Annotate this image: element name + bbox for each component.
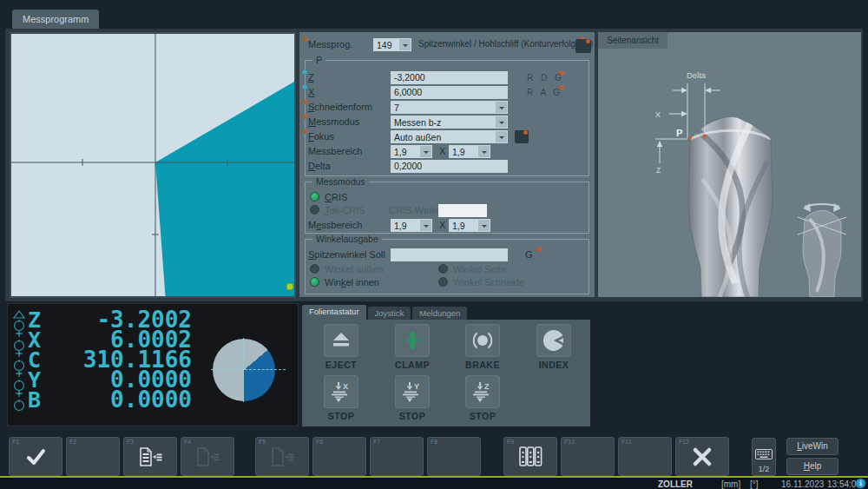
fokus-select[interactable]: Auto außen bbox=[391, 130, 508, 143]
clamp-button[interactable] bbox=[395, 324, 430, 357]
stop-x-button[interactable]: X bbox=[324, 375, 358, 408]
tab-meldungen[interactable]: Meldungen bbox=[412, 307, 467, 320]
info-icon[interactable] bbox=[856, 479, 865, 488]
required-marker: ✱ bbox=[558, 85, 564, 92]
required-marker: ✱ bbox=[302, 99, 308, 106]
winkel-seite-row[interactable]: Winkel Seite bbox=[438, 263, 506, 274]
tab-messprogramm[interactable]: Messprogramm bbox=[12, 10, 99, 29]
index-icon bbox=[543, 330, 564, 351]
pie-crosshair-horizontal bbox=[211, 369, 286, 370]
spitzenwinkel-input[interactable] bbox=[391, 248, 508, 261]
messbereich-row: Messbereich 1,9 X 1,9 bbox=[299, 145, 595, 159]
dropdown-arrow-icon[interactable] bbox=[496, 131, 507, 142]
stop-y-label: STOP bbox=[379, 411, 445, 421]
check-icon bbox=[24, 446, 47, 468]
eject-icon bbox=[331, 330, 352, 351]
messmodus-row: ✱ Messmodus Messen b-z bbox=[299, 116, 595, 129]
fkey-f2[interactable]: F2 bbox=[66, 437, 120, 476]
tab-folientastatur[interactable]: Folientastatur bbox=[302, 305, 366, 320]
close-icon bbox=[690, 445, 714, 469]
p-annotation: P bbox=[676, 128, 682, 138]
fkey-f5-disabled[interactable]: F5 bbox=[255, 437, 309, 476]
help-button[interactable]: Help bbox=[786, 458, 838, 475]
stop-axis-icon: Y bbox=[401, 380, 424, 403]
dropdown-arrow-icon[interactable] bbox=[496, 116, 507, 128]
radio-winkel-innen[interactable] bbox=[310, 277, 319, 287]
fkey-f8[interactable]: F8 bbox=[427, 437, 481, 476]
stop-y-button[interactable]: Y bbox=[395, 375, 430, 408]
schneidenform-select[interactable]: 7 bbox=[391, 101, 508, 114]
messbereich2-select-2[interactable]: 1,9 bbox=[449, 219, 490, 232]
dropdown-arrow-icon[interactable] bbox=[478, 146, 490, 157]
fkey-f12-cancel[interactable]: F12 bbox=[675, 437, 729, 476]
required-marker: ✱ bbox=[536, 247, 542, 254]
dropdown-arrow-icon[interactable] bbox=[496, 102, 507, 113]
fkey-f9-archive[interactable]: F9 bbox=[503, 437, 557, 476]
flag-button[interactable] bbox=[515, 130, 529, 143]
dro-panel: Z -3.2002 X 6.0002 C 310.1166 Y 0.0000 bbox=[7, 303, 299, 426]
winkel-aussen-row[interactable]: Winkel außen bbox=[310, 263, 383, 274]
fkey-f3-program-list[interactable]: F3 bbox=[123, 437, 177, 476]
softkey-page-button[interactable]: 1/2 bbox=[752, 438, 776, 476]
cris-label: CRIS bbox=[325, 192, 347, 202]
radio-winkel-seite[interactable] bbox=[438, 264, 448, 274]
alert-dot-icon bbox=[586, 39, 590, 43]
cris-radio-row[interactable]: CRIS bbox=[310, 191, 347, 202]
fkey-f6[interactable]: F6 bbox=[312, 437, 366, 476]
fkey-label: F8 bbox=[431, 439, 437, 445]
livewin-button[interactable]: LiveWin bbox=[786, 438, 838, 455]
flag-button[interactable] bbox=[575, 39, 591, 53]
messbereich2-select-1[interactable]: 1,9 bbox=[391, 219, 432, 232]
fkey-label: F4 bbox=[184, 439, 191, 445]
messprog-select[interactable]: 149 bbox=[373, 38, 411, 51]
messbereich-select-2[interactable]: 1,9 bbox=[449, 145, 490, 158]
unit-deg: [°] bbox=[750, 479, 759, 489]
messbereich-value-2: 1,9 bbox=[449, 147, 478, 157]
required-marker: ✱ bbox=[302, 36, 308, 43]
fkey-f10[interactable]: F10 bbox=[561, 437, 615, 476]
camera-profile-view[interactable] bbox=[10, 32, 296, 298]
dropdown-arrow-icon[interactable] bbox=[478, 220, 490, 231]
cris-marker: ✱ bbox=[302, 69, 308, 76]
fkey-label: F3 bbox=[127, 439, 134, 445]
c-axis-pie-indicator bbox=[213, 339, 275, 401]
dropdown-arrow-icon[interactable] bbox=[399, 39, 411, 50]
x-input[interactable]: 6,0000 bbox=[391, 86, 508, 99]
cris-winkel-row: CRIS-Winkel bbox=[299, 204, 595, 218]
radio-winkel-schneide[interactable] bbox=[438, 277, 448, 287]
radio-cris[interactable] bbox=[310, 192, 319, 202]
index-button[interactable] bbox=[536, 324, 571, 357]
program-description: Spitzenwinkel / Hohlschliff (Konturverfo… bbox=[418, 39, 593, 49]
spitzenwinkel-label: Spitzenwinkel Soll bbox=[308, 249, 385, 260]
radio-winkel-aussen[interactable] bbox=[310, 264, 319, 274]
fkey-label: F11 bbox=[621, 439, 632, 445]
stop-z-button[interactable]: Z bbox=[465, 375, 500, 408]
dropdown-arrow-icon[interactable] bbox=[420, 220, 431, 231]
fkey-label: F6 bbox=[316, 439, 323, 445]
brake-button[interactable] bbox=[465, 324, 500, 357]
date-label: 16.11.2023 bbox=[781, 479, 824, 489]
messbereich2-value-1: 1,9 bbox=[391, 221, 420, 231]
dropdown-arrow-icon[interactable] bbox=[420, 146, 431, 157]
side-view-tab[interactable]: Seitenansicht bbox=[598, 32, 667, 49]
fkey-f7[interactable]: F7 bbox=[370, 437, 424, 476]
winkel-schneide-row[interactable]: Winkel Schneide bbox=[438, 276, 524, 287]
doc-list-icon bbox=[194, 446, 220, 468]
side-view-graphic: Delta X P Z bbox=[598, 49, 861, 297]
fkey-label: F10 bbox=[564, 439, 575, 445]
delta-input[interactable]: 0,2000 bbox=[391, 160, 508, 173]
axis-letter: B bbox=[28, 387, 41, 413]
fkey-f4-disabled[interactable]: F4 bbox=[181, 437, 234, 476]
messbereich-select-1[interactable]: 1,9 bbox=[391, 145, 432, 158]
cris-winkel-input[interactable] bbox=[438, 204, 487, 217]
binders-icon bbox=[517, 446, 543, 468]
stop-axis-letter: Z bbox=[484, 382, 490, 391]
z-input[interactable]: -3,2000 bbox=[391, 71, 508, 84]
eject-button[interactable] bbox=[324, 324, 358, 357]
tab-joystick[interactable]: Joystick bbox=[368, 307, 411, 320]
winkel-innen-row[interactable]: Winkel innen bbox=[310, 276, 379, 287]
fkey-f11[interactable]: F11 bbox=[618, 437, 672, 476]
doc-list-icon bbox=[269, 446, 295, 468]
messmodus-select[interactable]: Messen b-z bbox=[391, 116, 508, 129]
fkey-f1-confirm[interactable]: F1 bbox=[9, 437, 62, 476]
